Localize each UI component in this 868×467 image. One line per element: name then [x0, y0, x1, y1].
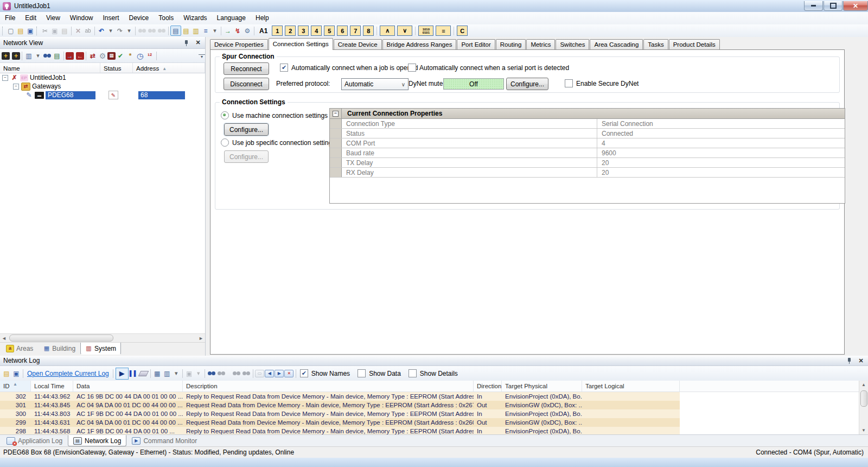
- message-exclude-filter-button[interactable]: ✕: [284, 369, 294, 378]
- binary-view-button[interactable]: 10100101: [418, 26, 433, 36]
- column-status[interactable]: Status: [100, 63, 133, 73]
- resume-log-button[interactable]: ▶: [116, 368, 129, 380]
- sequence-button[interactable]: ¹²: [145, 51, 155, 60]
- tab-system[interactable]: ▥ System: [80, 343, 121, 355]
- save-button[interactable]: ▣: [25, 26, 35, 35]
- new-file-button[interactable]: ▢: [6, 26, 16, 35]
- delete-button[interactable]: ✕: [73, 26, 83, 35]
- wizard-button[interactable]: *: [125, 51, 135, 60]
- close-button[interactable]: ✕: [843, 1, 868, 11]
- toolbar-overflow-button[interactable]: ▾: [199, 54, 205, 59]
- column-target-physical[interactable]: Target Physical: [502, 381, 582, 392]
- scroll-down-icon[interactable]: ▼: [859, 428, 868, 433]
- copy-log-dropdown[interactable]: ▾: [194, 369, 203, 377]
- channel-2-button[interactable]: 2: [285, 26, 296, 36]
- enable-secure-dynet-checkbox[interactable]: Enable Secure DyNet: [565, 79, 639, 87]
- collapse-icon[interactable]: −: [2, 75, 8, 81]
- collapse-icon[interactable]: −: [13, 84, 19, 90]
- log-find-button[interactable]: [207, 369, 216, 378]
- redo-dropdown[interactable]: ▾: [125, 27, 133, 35]
- menu-view[interactable]: View: [41, 12, 65, 24]
- connection-tools-button[interactable]: ⚙: [242, 26, 252, 35]
- save-to-device-button[interactable]: ←: [76, 52, 84, 60]
- column-id[interactable]: ▲ID: [0, 381, 31, 392]
- property-row[interactable]: COM Port 4: [330, 138, 845, 148]
- tab-area-cascading[interactable]: Area Cascading: [590, 39, 643, 49]
- c-button[interactable]: C: [457, 26, 468, 36]
- pin-icon[interactable]: [846, 357, 853, 364]
- column-address[interactable]: Address▲: [133, 63, 205, 73]
- property-row[interactable]: Connection Type Serial Connection: [330, 119, 845, 129]
- log-find-all-button[interactable]: [241, 369, 251, 378]
- tree-node-gateways[interactable]: − ⇄ Gateways: [0, 82, 205, 91]
- auto-connect-job-checkbox[interactable]: ✔ Automatically connect when a job is op…: [280, 64, 418, 72]
- log-column-dropdown[interactable]: ▾: [172, 369, 181, 377]
- machine-settings-radio[interactable]: Use machine connection settings: [221, 111, 328, 119]
- show-names-checkbox[interactable]: ✔ Show Names: [300, 369, 350, 377]
- message-in-filter-button[interactable]: ◀: [265, 369, 275, 378]
- menu-help[interactable]: Help: [251, 12, 274, 24]
- log-row[interactable]: 29811:44:43.568 AC 1F 9B DC 00 44 DA 00 …: [0, 427, 859, 434]
- tab-command-monitor[interactable]: ▶ Command Monitor: [126, 435, 202, 446]
- preset-up-button[interactable]: ∧: [380, 26, 395, 36]
- preferred-protocol-select[interactable]: Automatic ∨: [341, 78, 409, 90]
- restore-button[interactable]: [824, 1, 843, 11]
- pause-log-button[interactable]: ▌▌: [129, 369, 139, 378]
- log-find-next-button[interactable]: [216, 369, 226, 378]
- column-target-logical[interactable]: Target Logical: [582, 381, 680, 392]
- find-prev-button[interactable]: [157, 26, 167, 35]
- disconnect-button-spur[interactable]: Disconnect: [224, 78, 269, 90]
- layout-rows-button[interactable]: ≡: [201, 26, 210, 35]
- layout-dropdown[interactable]: ▾: [210, 27, 219, 35]
- tree-node-job[interactable]: − ✗ EP UntitledJob1: [0, 73, 205, 82]
- minimize-button[interactable]: [804, 1, 823, 11]
- clear-log-button[interactable]: [139, 369, 149, 378]
- tab-routing[interactable]: Routing: [496, 39, 526, 49]
- monitor-window-button[interactable]: ▭: [255, 369, 265, 378]
- channel-1-button[interactable]: 1: [272, 26, 283, 36]
- device-status-edit-icon[interactable]: ✎: [108, 91, 118, 99]
- add-device-wizard-button[interactable]: +: [12, 52, 20, 60]
- find-device-button[interactable]: [42, 51, 52, 60]
- log-row[interactable]: 30111:44:43.845 AC 04 9A DA 00 01 DC 00 …: [0, 401, 859, 409]
- close-panel-icon[interactable]: ✕: [857, 357, 865, 364]
- open-complete-log-link[interactable]: Open Complete Current Log: [27, 370, 109, 377]
- pin-icon[interactable]: [183, 40, 190, 46]
- property-row[interactable]: Baud rate 9600: [330, 148, 845, 158]
- log-row[interactable]: 30211:44:43.962 AC 16 9B DC 00 44 DA 00 …: [0, 392, 859, 401]
- find-button[interactable]: [137, 26, 147, 35]
- show-data-checkbox[interactable]: Show Data: [358, 369, 401, 377]
- save-log-button[interactable]: ▣: [11, 369, 21, 378]
- find-next-button[interactable]: [147, 26, 157, 35]
- tab-port-editor[interactable]: Port Editor: [457, 39, 495, 49]
- job-settings-radio[interactable]: Use job specific connection settings: [221, 138, 335, 147]
- log-row[interactable]: 29911:44:43.631 AC 04 9A DA 00 01 DC 00 …: [0, 418, 859, 427]
- scroll-up-icon[interactable]: ▲: [859, 382, 868, 387]
- message-out-filter-button[interactable]: ▶: [275, 369, 284, 378]
- log-column-chooser-button[interactable]: ▥: [162, 369, 172, 378]
- column-chooser-dropdown[interactable]: ▾: [34, 52, 42, 60]
- column-local-time[interactable]: Local Time: [31, 381, 73, 392]
- menu-insert[interactable]: Insert: [98, 12, 124, 24]
- channel-6-button[interactable]: 6: [337, 26, 348, 36]
- menu-window[interactable]: Window: [65, 12, 98, 24]
- open-file-button[interactable]: ▤: [16, 26, 25, 35]
- scrollbar-thumb[interactable]: [860, 390, 867, 407]
- copy-button[interactable]: ▣: [50, 26, 60, 35]
- tab-tasks[interactable]: Tasks: [643, 39, 668, 49]
- tab-metrics[interactable]: Metrics: [526, 39, 555, 49]
- tab-connection-settings[interactable]: Connection Settings: [269, 38, 333, 50]
- collapse-group-icon[interactable]: −: [333, 111, 339, 117]
- rename-button[interactable]: ab: [83, 26, 93, 35]
- dynet-mute-configure-button[interactable]: Configure...: [506, 78, 548, 90]
- dock-top-panel-button[interactable]: ▤: [181, 26, 191, 35]
- tree-node-device[interactable]: ✎ ▬ PDEG68 ✎ 68: [0, 91, 205, 99]
- dock-right-panel-button[interactable]: ▥: [191, 26, 201, 35]
- task-list-button[interactable]: ≡: [436, 26, 451, 36]
- column-description[interactable]: Description: [183, 381, 474, 392]
- schedule-button[interactable]: ◷: [135, 51, 145, 60]
- log-row[interactable]: 30011:44:43.803 AC 1F 9B DC 00 44 DA 00 …: [0, 409, 859, 418]
- grid-edit-button[interactable]: ▦: [107, 52, 116, 60]
- menu-device[interactable]: Device: [124, 12, 154, 24]
- autoscroll-button[interactable]: ▦: [152, 369, 162, 378]
